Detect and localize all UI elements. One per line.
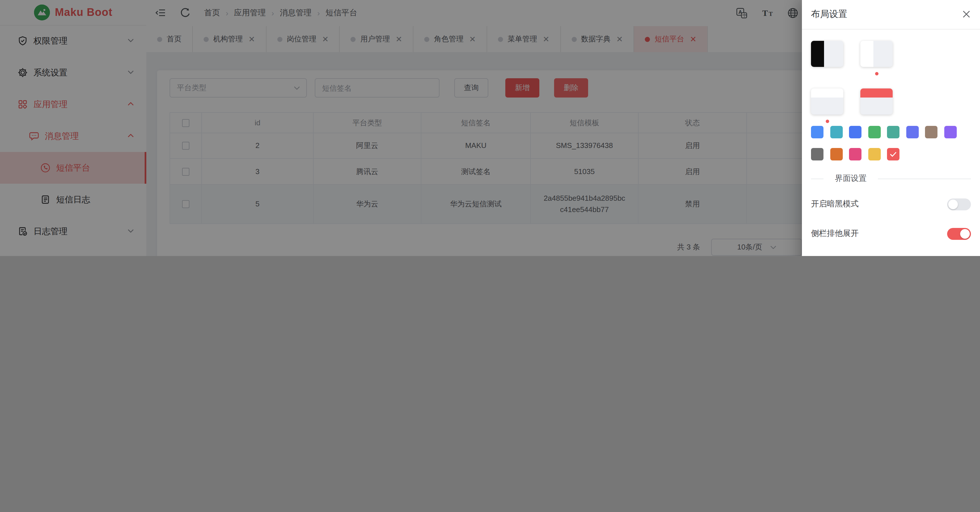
setting-label: 侧栏排他展开 [811,229,859,239]
drawer-header: 布局设置 [802,0,980,30]
layout-style-options [811,41,892,123]
theme-color-swatch[interactable] [811,126,824,138]
layout-thumb-dark-sidebar[interactable] [811,41,843,67]
theme-color-swatch[interactable] [868,126,880,138]
theme-color-swatch[interactable] [830,126,842,138]
check-icon [890,151,897,157]
selected-dot-icon [875,72,878,75]
selected-dot-icon [826,120,829,123]
theme-color-swatch[interactable] [811,148,824,161]
theme-color-swatch[interactable] [868,148,880,161]
layout-option-dark-sidebar[interactable] [811,41,843,75]
layout-option-light-sidebar[interactable] [860,41,892,75]
drawer-title: 布局设置 [811,8,847,21]
theme-color-swatch-selected[interactable] [887,148,899,161]
setting-sidebar-accordion: 侧栏排他展开 [811,227,971,240]
app-root: Maku Boot 权限管理 系统设置 应用管理 消息管理 [0,0,980,256]
layout-thumb-light-sidebar[interactable] [860,41,892,67]
theme-color-swatch[interactable] [849,148,861,161]
close-icon[interactable] [962,10,971,19]
setting-label: 开启暗黑模式 [811,199,859,209]
interface-settings-title: 界面设置 [835,173,867,184]
theme-color-swatch[interactable] [887,126,899,138]
layout-thumb-primary-header[interactable] [860,89,892,114]
interface-settings-divider: 界面设置 [811,173,971,184]
theme-color-swatch[interactable] [925,126,937,138]
theme-color-swatch[interactable] [944,126,956,138]
sidebar-accordion-toggle[interactable] [947,227,971,240]
theme-color-swatch[interactable] [830,148,842,161]
theme-color-swatch[interactable] [906,126,918,138]
theme-color-swatch[interactable] [849,126,861,138]
theme-color-palette [811,126,965,161]
layout-option-primary-header[interactable] [860,89,892,123]
layout-thumb-white-header[interactable] [811,89,843,114]
layout-settings-drawer: 布局设置 [802,0,980,256]
dark-mode-toggle[interactable] [947,198,971,210]
setting-dark-mode: 开启暗黑模式 [811,198,971,210]
layout-option-white-header[interactable] [811,89,843,123]
